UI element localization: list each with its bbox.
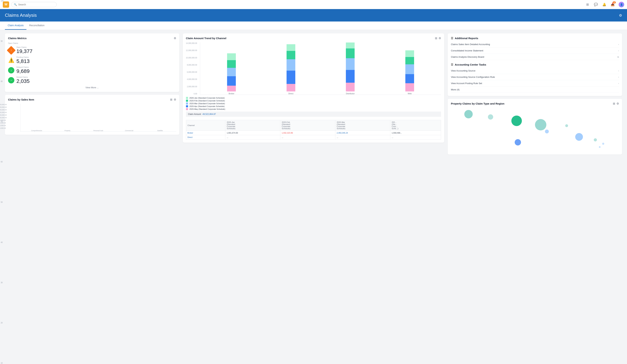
top-navigation: W 🔍 ⊞ 💬 🔔 📥 24 👤 — [0, 0, 627, 9]
bubble-9 — [602, 143, 604, 145]
legend-apr: 2020-Apr (Standard Corporate Schedule) — [186, 105, 441, 107]
direct-feb: ... — [280, 135, 335, 139]
bubble-7 — [575, 133, 583, 141]
tab-bar: Claim Analysis Reconciliation — [0, 21, 627, 30]
grid-icon[interactable]: ⊞ — [585, 2, 590, 7]
additional-reports-title: Additional Reports — [455, 37, 478, 40]
delayed-claims-value: 9,689 — [16, 68, 30, 74]
open-claims-label: Open Claims — [8, 42, 18, 44]
trend-table-container[interactable]: Channel 2020-Jan(StandardCorporateSchedu… — [186, 118, 441, 139]
claim-amount-display: Claim Amount 49,522,864.87 — [186, 112, 441, 117]
user-avatar[interactable]: 👤 — [619, 2, 624, 7]
bubble-11 — [599, 146, 601, 148]
bubble-chart-icon[interactable]: ⊞ — [613, 102, 615, 105]
claim-trend-card: Claim Amount Trend by Channel ⊞ ⚙ 14,000… — [183, 33, 444, 143]
sales-chart-icon[interactable]: ⊞ — [170, 98, 172, 101]
delayed-claims-label: Delayed Claims — [16, 66, 30, 68]
broker-jan: 1,901,674.00 — [225, 131, 280, 135]
pending-claims-icon: ⚠️ — [8, 57, 14, 63]
stacked-bar-chart: Broker Direct — [200, 42, 441, 95]
x-label-direct: Direct — [288, 92, 293, 94]
open-claims-icon: ↑ — [10, 49, 12, 52]
col-channel: Channel — [186, 120, 225, 131]
bubble-gear-icon[interactable]: ⚙ — [617, 102, 619, 105]
claim-trend-actions: ⊞ ⚙ — [435, 37, 441, 40]
task-view-accounting-source[interactable]: View Accounting Source › — [451, 68, 619, 74]
x-label-broker: Broker — [229, 92, 234, 94]
denied-claims-label: Denied Claims — [16, 76, 30, 78]
bubble-5 — [565, 124, 568, 127]
open-claims-value: 19,377 — [16, 48, 33, 54]
property-claims-header: Property Claims by Claim Type and Region… — [451, 102, 619, 105]
badge-count: 24 — [613, 1, 616, 3]
main-content: Claims Metrics ⚙ Open Claims ↑ Open Clai… — [0, 30, 627, 158]
trend-gear-icon[interactable]: ⚙ — [439, 37, 441, 40]
delayed-claims-icon: ↓ — [10, 69, 12, 72]
x-label-web: Web — [408, 92, 412, 94]
broker-apr: 1,558,468... — [390, 131, 441, 135]
claims-metrics-card: Claims Metrics ⚙ Open Claims ↑ Open Clai… — [5, 33, 179, 92]
col-mar: 2020-Mar(StandardCorporateSchedule) — [335, 120, 390, 131]
col-jan: 2020-Jan(StandardCorporateSchedule) — [225, 120, 280, 131]
search-input[interactable] — [18, 3, 54, 6]
direct-mar: ... — [335, 135, 390, 139]
task-view-account-posting[interactable]: View Account Posting Rule Set › — [451, 80, 619, 87]
chart-legend: 2020-Jan (Standard Corporate Schedule) 2… — [186, 97, 441, 110]
chevron-right-icon: › — [618, 49, 619, 52]
task-more[interactable]: More (4) — [451, 87, 619, 93]
bubble-6 — [545, 130, 549, 134]
stacked-col-broker: Broker — [204, 53, 260, 94]
right-column: ☰ Additional Reports Claims Sales Item D… — [448, 33, 622, 155]
direct-apr: ... — [390, 135, 441, 139]
stacked-col-distributor: Distributor — [322, 43, 378, 94]
channel-direct[interactable]: Direct — [186, 135, 225, 139]
bubble-y-axis: 100 90 80 70 60 50 40 30 20 10 — [0, 0, 4, 158]
open-claims-sub-label: Open Claims — [16, 46, 33, 48]
sales-bar-chart: Comprehensive Property Personal Auto Com… — [20, 104, 176, 132]
table-row: Broker 1,901,674.00 1,932,323.86 2,450,3… — [186, 131, 441, 135]
sales-chart-wrapper: 20,000,000.00 18,000,000.00 16,000,000.0… — [8, 104, 176, 132]
bell-icon[interactable]: 🔔 — [602, 2, 607, 7]
task-view-accounting-config[interactable]: View Accounting Source Configuration Rul… — [451, 74, 619, 80]
sales-gear-icon[interactable]: ⚙ — [174, 98, 176, 101]
bubble-1 — [464, 110, 473, 118]
claim-amount-value: 49,522,864.87 — [203, 113, 216, 115]
stacked-col-web: Web — [382, 50, 438, 94]
external-link-icon: ⧉ — [617, 56, 619, 58]
report-item-discovery[interactable]: Claims Analysis Discovery Board ⧉ — [451, 54, 619, 60]
additional-reports-card: ☰ Additional Reports Claims Sales Item D… — [448, 33, 622, 96]
stacked-chart-wrapper: 14,000,000.00 12,000,000.00 10,000,000.0… — [186, 42, 441, 95]
property-claims-actions: ⊞ ⚙ — [613, 102, 619, 105]
tab-reconciliation[interactable]: Reconciliation — [26, 21, 47, 30]
view-more-link[interactable]: View More ... — [8, 86, 176, 89]
report-item-claims-sales[interactable]: Claims Sales Item Detailed Accounting › — [451, 41, 619, 47]
settings-icon[interactable]: ⚙ — [619, 13, 622, 17]
broker-mar[interactable]: 2,450,345.24 — [335, 131, 390, 135]
accounting-tasks-title: Accounting Center Tasks — [455, 63, 486, 66]
tab-claim-analysis[interactable]: Claim Analysis — [5, 21, 26, 30]
report-item-income[interactable]: Consolidated Income Statement › — [451, 47, 619, 54]
claims-metrics-title: Claims Metrics — [8, 37, 27, 40]
bubble-chart-container: 100 90 80 70 60 50 40 30 20 10 — [451, 108, 619, 151]
chevron-right-icon: › — [618, 43, 619, 46]
tasks-icon: ☰ — [451, 63, 453, 66]
bubble-4 — [535, 119, 546, 131]
property-claims-card: Property Claims by Claim Type and Region… — [448, 99, 622, 155]
page-header: Claims Analysis ⚙ — [0, 9, 627, 21]
claims-by-sales-actions: ⊞ ⚙ — [170, 98, 176, 101]
chevron-right-icon: › — [618, 70, 619, 72]
claim-trend-title: Claim Amount Trend by Channel — [186, 37, 226, 40]
bubble-10 — [515, 139, 521, 145]
legend-mar: 2020-Mar (Standard Corporate Schedule) — [186, 102, 441, 104]
claim-trend-header: Claim Amount Trend by Channel ⊞ ⚙ — [186, 37, 441, 40]
metrics-gear-icon[interactable]: ⚙ — [174, 37, 176, 40]
claims-metrics-header: Claims Metrics ⚙ — [8, 37, 176, 40]
inbox-icon[interactable]: 📥 24 — [610, 2, 615, 7]
trend-chart-icon[interactable]: ⊞ — [435, 37, 437, 40]
claims-by-sales-header: Claims by Sales Item ⊞ ⚙ — [8, 98, 176, 101]
search-bar[interactable]: 🔍 — [11, 2, 57, 7]
left-column: Claims Metrics ⚙ Open Claims ↑ Open Clai… — [5, 33, 179, 155]
chat-icon[interactable]: 💬 — [593, 2, 598, 7]
trend-data-table: Channel 2020-Jan(StandardCorporateSchedu… — [186, 120, 441, 139]
channel-broker[interactable]: Broker — [186, 131, 225, 135]
